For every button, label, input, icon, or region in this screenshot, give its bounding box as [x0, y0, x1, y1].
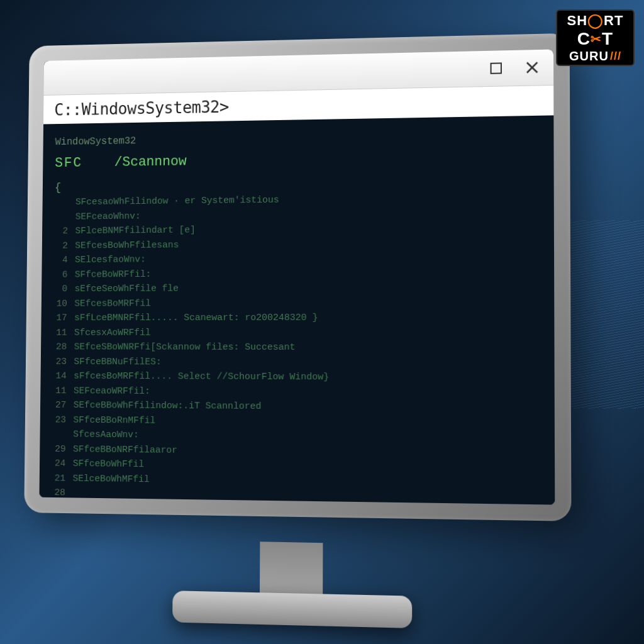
terminal-line: 10SEfcesBoMRFfil	[53, 296, 541, 311]
logo-text: SH	[567, 13, 588, 29]
logo-text: C	[577, 29, 591, 49]
line-number	[52, 428, 74, 442]
terminal-line: 14sFfcesBoMRFfil.... Select //SchourFlow…	[53, 370, 541, 386]
monitor-container: C::WindowsSystem32> WindowSystem32 SFC /…	[19, 38, 597, 616]
line-number: 28	[52, 486, 73, 501]
cmd-arg: /Scannnow	[114, 154, 187, 170]
line-number	[54, 210, 75, 224]
logo-o-icon: ◯	[587, 13, 604, 29]
terminal-line: 11SEFceaoWRFfil:	[52, 384, 541, 401]
terminal-line: 28SEfceSBoWNRFfi[Sckannow files: Succesa…	[53, 341, 541, 356]
line-number: 11	[53, 326, 74, 340]
scissors-icon: ✂	[591, 31, 602, 47]
square-icon	[491, 62, 502, 74]
line-number: 24	[52, 457, 73, 472]
line-number: 23	[52, 413, 74, 427]
cmd-sfc: SFC	[55, 155, 82, 171]
line-number: 21	[52, 472, 73, 486]
line-number: 29	[52, 442, 73, 457]
terminal-line: 11SfcesxAoWRFfil	[53, 326, 541, 340]
close-icon	[525, 60, 540, 75]
close-button[interactable]	[524, 59, 541, 76]
line-number: 4	[54, 253, 75, 267]
line-text: SfcesxAoWRFfil	[74, 326, 541, 340]
line-number: 28	[53, 341, 74, 355]
monitor-base	[172, 591, 412, 628]
screen: C::WindowsSystem32> WindowSystem32 SFC /…	[39, 49, 555, 504]
line-text: sFfcesBoMRFfil.... Select //SchourFlow W…	[74, 370, 541, 386]
monitor-bezel: C::WindowsSystem32> WindowSystem32 SFC /…	[24, 33, 571, 521]
line-number: 27	[52, 399, 74, 413]
line-text: SFfceBBNuFfilES:	[74, 355, 541, 371]
line-number: 29	[51, 501, 72, 504]
terminal-line: 17sFfLceBMNRFfil..... Scanewart: ro20024…	[53, 311, 541, 325]
line-number: 11	[52, 384, 74, 398]
line-text: SEFceaoWRFfil:	[74, 384, 541, 401]
current-path: C::WindowsSystem32>	[54, 97, 229, 119]
logo-text: T	[602, 29, 613, 49]
terminal-line: 2SEfcesBoWhFfilesans	[54, 236, 541, 253]
terminal-header: WindowSystem32	[55, 127, 541, 150]
line-number: 14	[53, 370, 74, 384]
line-number	[55, 196, 76, 209]
line-number: 2	[54, 225, 75, 238]
line-number: 10	[53, 297, 75, 311]
maximize-button[interactable]	[487, 60, 504, 77]
line-number: 0	[53, 282, 75, 296]
shortcut-guru-logo: SH ◯ RT C ✂ T GURU ///	[556, 9, 635, 66]
line-text: SFfceBoWRFfil:	[75, 266, 541, 282]
line-text: sFfLceBMNRFfil..... Scanewart: ro2002483…	[74, 311, 541, 325]
line-text: SEfceSBoWNRFfi[Sckannow files: Succesant	[74, 341, 541, 356]
terminal-line: 6SFfceBoWRFfil:	[53, 266, 541, 282]
logo-text: GURU	[569, 49, 609, 64]
line-text: sEfceSeoWhFfile fle	[75, 280, 541, 296]
terminal-line: 23SFfceBBNuFfilES:	[53, 355, 541, 371]
line-number: 17	[53, 311, 75, 325]
line-number: 6	[53, 268, 75, 282]
terminal-output[interactable]: WindowSystem32 SFC /Scannnow { SFcesaoWh…	[39, 115, 555, 504]
logo-text: RT	[604, 13, 623, 29]
line-number: 2	[54, 239, 75, 253]
terminal-line: 0sEfceSeoWhFfile fle	[53, 280, 541, 296]
line-text: SElcesfaoWnv:	[75, 251, 541, 268]
slashes-icon: ///	[610, 50, 621, 63]
line-text: SEfcesBoMRFfil	[74, 296, 541, 311]
terminal-command: SFC /Scannnow	[55, 146, 541, 174]
terminal-line: 4SElcesfaoWnv:	[54, 251, 541, 268]
line-text: SEfcesBoWhFfilesans	[75, 236, 541, 253]
line-number: 23	[53, 355, 74, 369]
